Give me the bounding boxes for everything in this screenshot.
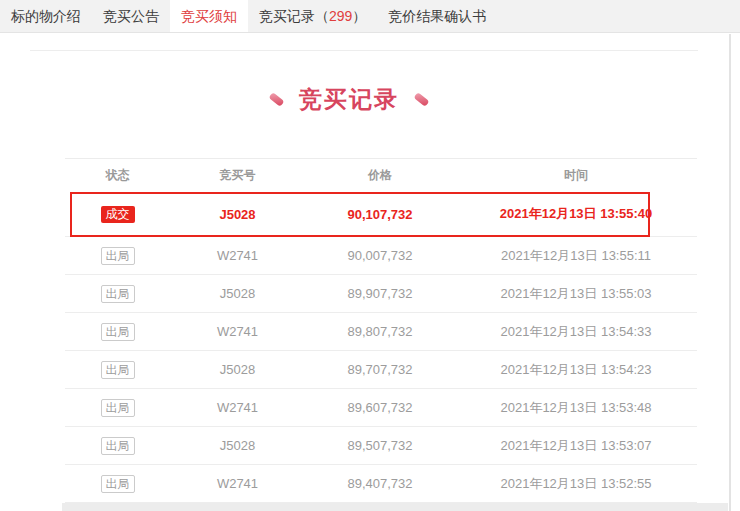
price-cell: 89,707,732	[305, 362, 455, 377]
tab-label: 竞买公告	[103, 8, 159, 24]
price-cell: 89,507,732	[305, 438, 455, 453]
bidder-cell: J5028	[170, 286, 305, 301]
time-cell: 2021年12月13日 13:53:07	[455, 437, 697, 455]
table-header-row: 状态 竞买号 价格 时间	[65, 158, 697, 192]
tab-label: 竞买记录（	[259, 8, 329, 24]
status-badge: 出局	[101, 323, 135, 341]
table-body: 成交 J5028 90,107,732 2021年12月13日 13:55:40…	[65, 192, 697, 503]
table-row: 出局 W2741 89,807,732 2021年12月13日 13:54:33	[65, 313, 697, 351]
page-title: 竞买记录	[299, 84, 399, 115]
tab-label: 标的物介绍	[11, 8, 81, 24]
table-row: 成交 J5028 90,107,732 2021年12月13日 13:55:40	[65, 192, 697, 237]
time-cell: 2021年12月13日 13:52:55	[455, 475, 697, 493]
title-accent-right-icon	[413, 92, 429, 107]
tab[interactable]: 竞买须知	[170, 0, 248, 32]
time-cell: 2021年12月13日 13:55:11	[455, 247, 697, 265]
bidder-cell: J5028	[170, 207, 305, 222]
header-price: 价格	[305, 167, 455, 184]
status-cell: 出局	[65, 247, 170, 265]
price-cell: 89,807,732	[305, 324, 455, 339]
status-cell: 出局	[65, 475, 170, 493]
tab-label: 竞买须知	[181, 8, 237, 24]
time-cell: 2021年12月13日 13:55:40	[455, 205, 697, 223]
status-cell: 成交	[65, 206, 170, 223]
tab[interactable]: 竞买记录（299）	[248, 0, 377, 32]
bidder-cell: W2741	[170, 248, 305, 263]
status-badge: 成交	[101, 206, 135, 223]
header-time: 时间	[455, 167, 697, 184]
bid-record-table: 状态 竞买号 价格 时间 成交 J5028 90,107,732 2021年12…	[65, 158, 697, 503]
status-badge: 出局	[101, 361, 135, 379]
price-cell: 90,007,732	[305, 248, 455, 263]
price-cell: 89,407,732	[305, 476, 455, 491]
tab-label: 竞价结果确认书	[388, 8, 486, 24]
content-top-divider	[30, 50, 698, 51]
tab-bar: 标的物介绍 竞买公告 竞买须知 竞买记录（299） 竞价结果确认书	[0, 0, 740, 33]
price-cell: 90,107,732	[305, 207, 455, 222]
price-cell: 89,607,732	[305, 400, 455, 415]
bidder-cell: J5028	[170, 362, 305, 377]
header-bidder-number: 竞买号	[170, 167, 305, 184]
time-cell: 2021年12月13日 13:54:23	[455, 361, 697, 379]
table-row: 出局 W2741 89,607,732 2021年12月13日 13:53:48	[65, 389, 697, 427]
table-row: 出局 J5028 89,507,732 2021年12月13日 13:53:07	[65, 427, 697, 465]
title-accent-left-icon	[268, 92, 284, 107]
status-badge: 出局	[101, 399, 135, 417]
table-row: 出局 W2741 90,007,732 2021年12月13日 13:55:11	[65, 237, 697, 275]
tab-count: 299	[329, 8, 352, 24]
status-badge: 出局	[101, 475, 135, 493]
bidder-cell: J5028	[170, 438, 305, 453]
table-row: 出局 J5028 89,707,732 2021年12月13日 13:54:23	[65, 351, 697, 389]
time-cell: 2021年12月13日 13:54:33	[455, 323, 697, 341]
status-cell: 出局	[65, 285, 170, 303]
status-cell: 出局	[65, 437, 170, 455]
table-row: 出局 W2741 89,407,732 2021年12月13日 13:52:55	[65, 465, 697, 503]
status-cell: 出局	[65, 399, 170, 417]
section-title-wrap: 竞买记录	[0, 84, 698, 115]
tab[interactable]: 标的物介绍	[0, 0, 92, 32]
price-cell: 89,907,732	[305, 286, 455, 301]
status-cell: 出局	[65, 361, 170, 379]
time-cell: 2021年12月13日 13:53:48	[455, 399, 697, 417]
tab-suffix: ）	[352, 8, 366, 24]
header-status: 状态	[65, 167, 170, 184]
tab[interactable]: 竞价结果确认书	[377, 0, 497, 32]
bidder-cell: W2741	[170, 400, 305, 415]
time-cell: 2021年12月13日 13:55:03	[455, 285, 697, 303]
status-badge: 出局	[101, 247, 135, 265]
tab[interactable]: 竞买公告	[92, 0, 170, 32]
right-border-divider	[729, 34, 731, 511]
status-cell: 出局	[65, 323, 170, 341]
status-badge: 出局	[101, 285, 135, 303]
bidder-cell: W2741	[170, 324, 305, 339]
bidder-cell: W2741	[170, 476, 305, 491]
status-badge: 出局	[101, 437, 135, 455]
table-row: 出局 J5028 89,907,732 2021年12月13日 13:55:03	[65, 275, 697, 313]
content-bottom-strip	[62, 503, 728, 511]
